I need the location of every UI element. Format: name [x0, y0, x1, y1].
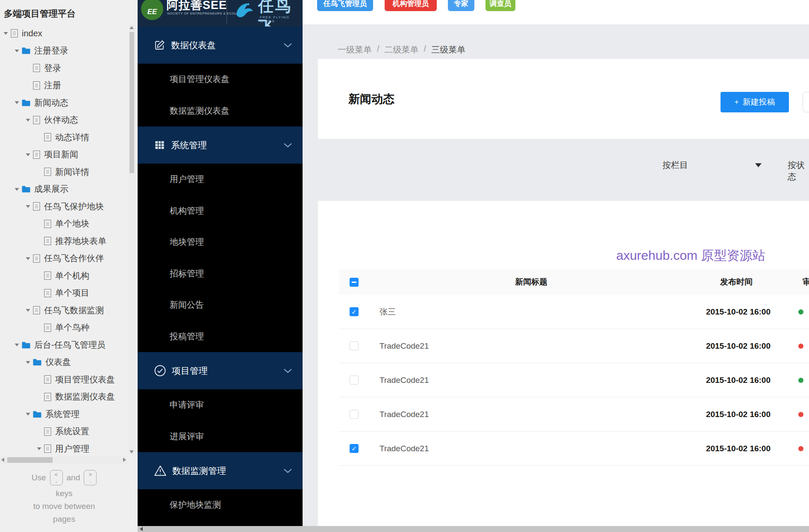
expand-arrow-icon[interactable]	[26, 153, 30, 156]
chevron-down-icon[interactable]	[283, 468, 292, 473]
tree-item[interactable]: 成果展示	[0, 181, 128, 198]
tree-item-arrow-slot[interactable]	[15, 101, 22, 104]
tree-item[interactable]: index	[0, 25, 128, 42]
partial-button[interactable]	[803, 92, 809, 112]
expand-arrow-icon[interactable]	[15, 188, 19, 191]
role-badge[interactable]: 任鸟飞管理员	[317, 0, 373, 11]
nav-subitem[interactable]: 用户管理	[138, 164, 303, 195]
row-checkbox[interactable]: ✓	[350, 307, 359, 316]
expand-arrow-icon[interactable]	[37, 447, 41, 450]
expand-arrow-icon[interactable]	[26, 205, 30, 208]
chevron-down-icon[interactable]	[283, 368, 292, 373]
tree-item[interactable]: 数据监测仪表盘	[0, 388, 128, 406]
tree-item[interactable]: 系统设置	[0, 423, 128, 441]
tree-item[interactable]: 用户管理	[0, 440, 128, 458]
tree-item[interactable]: 单个鸟种	[0, 319, 128, 337]
row-checkbox[interactable]	[350, 410, 359, 419]
nav-subitem[interactable]: 申请评审	[138, 389, 303, 421]
tree-item[interactable]: 系统管理	[0, 406, 128, 423]
expand-arrow-icon[interactable]	[15, 101, 19, 104]
tree-item[interactable]: 动态详情	[0, 129, 128, 146]
table-row[interactable]: ✓张三2015-10-02 16:00	[339, 295, 809, 329]
nav-section-header[interactable]: 系统管理	[138, 126, 303, 164]
tree-item[interactable]: 仪表盘	[0, 354, 128, 371]
row-checkbox[interactable]	[350, 376, 359, 385]
nav-subitem[interactable]: 进展评审	[138, 421, 303, 453]
nav-section-header[interactable]: 项目管理	[138, 352, 303, 389]
nav-section-header[interactable]: 数据仪表盘	[138, 26, 303, 64]
chevron-down-icon[interactable]	[283, 468, 292, 473]
table-row[interactable]: TradeCode212015-10-02 16:00	[339, 363, 809, 397]
horizontal-scroll-thumb[interactable]	[7, 457, 53, 463]
nav-subitem[interactable]: 机构管理	[138, 195, 303, 227]
tree-item-arrow-slot[interactable]	[26, 361, 33, 364]
chevron-down-icon[interactable]	[283, 43, 292, 48]
tree-item[interactable]: 单个机构	[0, 267, 128, 285]
tree-item[interactable]: 登录	[0, 59, 128, 77]
tree-item[interactable]: 项目管理仪表盘	[0, 371, 128, 388]
tree-item-arrow-slot[interactable]	[15, 343, 22, 347]
tree-item[interactable]: 注册登录	[0, 42, 128, 60]
row-checkbox[interactable]	[350, 341, 359, 350]
expand-arrow-icon[interactable]	[15, 343, 19, 347]
tree-item-arrow-slot[interactable]	[3, 32, 11, 35]
breadcrumb-item[interactable]: 一级菜单	[338, 44, 372, 56]
nav-subitem[interactable]: 投稿管理	[138, 321, 303, 353]
tree-item-arrow-slot[interactable]	[26, 118, 33, 122]
role-badge[interactable]: 机构管理员	[385, 0, 437, 11]
scroll-down-icon[interactable]	[129, 450, 134, 453]
tree-item[interactable]: 注册	[0, 77, 128, 94]
nav-section-header[interactable]: 数据监测管理	[138, 452, 303, 489]
tree-item[interactable]: 任鸟飞保护地块	[0, 198, 128, 215]
scroll-up-icon[interactable]	[129, 26, 134, 29]
tree-item-arrow-slot[interactable]	[37, 447, 44, 450]
tree-item[interactable]: 新闻动态	[0, 94, 128, 112]
chevron-down-icon[interactable]	[283, 143, 292, 148]
scroll-left-icon[interactable]	[1, 458, 4, 462]
table-row[interactable]: TradeCode212015-10-02 16:00	[339, 329, 809, 363]
role-badge[interactable]: 调查员	[485, 0, 515, 11]
expand-arrow-icon[interactable]	[26, 309, 30, 312]
tree-item[interactable]: 后台-任鸟飞管理员	[0, 336, 128, 354]
tree-item-arrow-slot[interactable]	[26, 205, 33, 208]
nav-subitem[interactable]: 新闻公告	[138, 289, 303, 321]
tree-item[interactable]: 推荐地块表单	[0, 232, 128, 250]
column-filter-dropdown[interactable]: 按栏目	[662, 159, 762, 171]
expand-arrow-icon[interactable]	[26, 257, 30, 260]
chevron-down-icon[interactable]	[283, 368, 292, 373]
tree-item[interactable]: 单个地块	[0, 215, 128, 233]
status-filter-dropdown[interactable]: 按状态	[788, 159, 809, 182]
breadcrumb-item[interactable]: 二级菜单	[385, 44, 419, 56]
table-row[interactable]: ✓TradeCode212015-10-02 16:00	[339, 432, 809, 466]
vertical-scroll-thumb[interactable]	[129, 32, 134, 173]
nav-subitem[interactable]: 地块管理	[138, 226, 303, 258]
row-checkbox[interactable]: ✓	[350, 444, 359, 453]
chevron-down-icon[interactable]	[283, 43, 292, 48]
nav-subitem[interactable]: 保护地块监测	[138, 489, 303, 521]
scroll-right-icon[interactable]	[123, 458, 126, 462]
select-all-checkbox[interactable]	[350, 278, 359, 287]
expand-arrow-icon[interactable]	[26, 412, 30, 416]
expand-arrow-icon[interactable]	[26, 118, 30, 122]
table-row[interactable]: TradeCode212015-10-02 16:00	[339, 397, 809, 432]
role-badge[interactable]: 专家	[448, 0, 474, 11]
tree-vertical-scrollbar[interactable]	[129, 24, 135, 455]
tree-item-arrow-slot[interactable]	[26, 153, 33, 156]
nav-subitem[interactable]: 招标管理	[138, 258, 303, 290]
tree-item-arrow-slot[interactable]	[26, 309, 33, 312]
tree-horizontal-scrollbar[interactable]	[0, 456, 127, 464]
tree-item[interactable]: 伙伴动态	[0, 112, 128, 129]
tree-item-arrow-slot[interactable]	[15, 188, 22, 191]
tree-item[interactable]: 任鸟飞合作伙伴	[0, 250, 128, 267]
tree-item[interactable]: 单个项目	[0, 285, 128, 302]
tree-item[interactable]: 项目新闻	[0, 146, 128, 164]
tree-item[interactable]: 新闻详情	[0, 163, 128, 181]
tree-item-arrow-slot[interactable]	[26, 257, 33, 260]
tree-item-arrow-slot[interactable]	[26, 412, 33, 416]
main-horizontal-scrollbar[interactable]	[138, 526, 809, 532]
nav-subitem[interactable]: 项目管理仪表盘	[138, 64, 303, 95]
expand-arrow-icon[interactable]	[26, 361, 30, 364]
chevron-down-icon[interactable]	[283, 143, 292, 148]
expand-arrow-icon[interactable]	[15, 49, 19, 53]
new-submission-button[interactable]: + 新建投稿	[721, 92, 789, 112]
